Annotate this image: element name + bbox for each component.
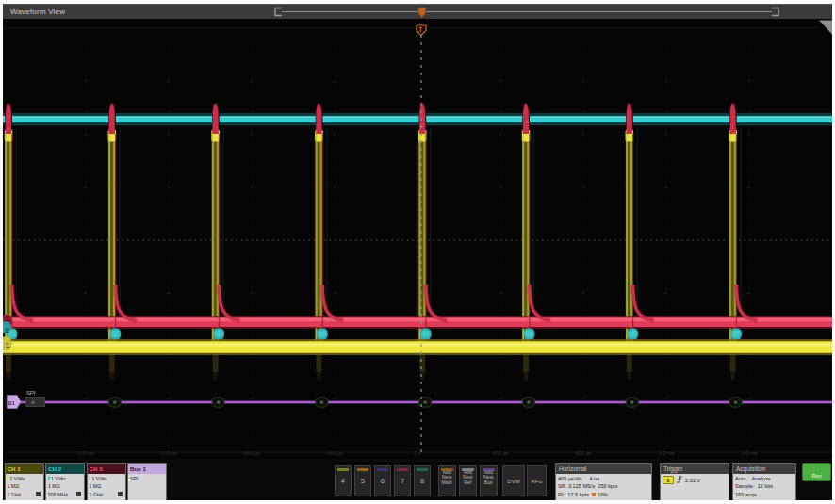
svg-text:-800 µs: -800 µs xyxy=(243,450,261,456)
svg-text:1.2 ms: 1.2 ms xyxy=(659,450,675,456)
svg-text:-1.6 ms: -1.6 ms xyxy=(77,450,95,456)
svg-text:-1.2 ms: -1.2 ms xyxy=(160,450,178,456)
svg-text:1.6 ms: 1.6 ms xyxy=(742,450,758,456)
svg-text:+: + xyxy=(31,399,35,406)
svg-text:0 s: 0 s xyxy=(414,450,421,456)
svg-text:400 µs: 400 µs xyxy=(493,450,509,456)
svg-text:2: 2 xyxy=(5,326,9,334)
svg-text:T: T xyxy=(419,26,423,33)
svg-text:B1: B1 xyxy=(8,400,15,406)
svg-text:-400 µs: -400 µs xyxy=(326,450,344,456)
svg-text:1: 1 xyxy=(6,341,10,350)
svg-text:SPI: SPI xyxy=(26,390,36,396)
svg-text:800 µs: 800 µs xyxy=(576,450,592,456)
